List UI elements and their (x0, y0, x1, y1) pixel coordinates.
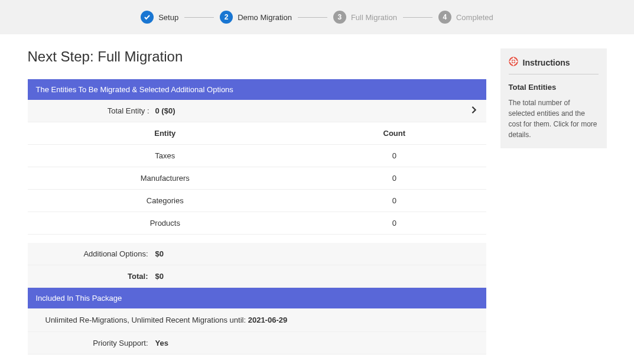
package-header: Included In This Package (28, 288, 486, 308)
entity-name: Taxes (28, 145, 303, 167)
instructions-body: The total number of selected entities an… (509, 98, 599, 140)
additional-options-row: Additional Options: $0 (28, 243, 486, 265)
total-value: $0 (155, 272, 164, 281)
step-number-icon: 3 (333, 11, 346, 24)
package-body: Unlimited Re-Migrations, Unlimited Recen… (28, 308, 486, 332)
total-entity-row[interactable]: Total Entity : 0 ($0) (28, 100, 486, 122)
col-entity: Entity (28, 122, 303, 145)
step-setup[interactable]: Setup (141, 11, 178, 24)
total-entity-value: 0 ($0) (155, 106, 175, 115)
entity-name: Products (28, 212, 303, 235)
table-row: Manufacturers0 (28, 167, 486, 190)
step-full-migration[interactable]: 3 Full Migration (333, 11, 397, 24)
step-line (403, 17, 433, 18)
page-title: Next Step: Full Migration (28, 48, 486, 65)
step-completed[interactable]: 4 Completed (438, 11, 493, 24)
step-line (298, 17, 327, 18)
check-icon (141, 11, 154, 24)
entity-count: 0 (303, 145, 486, 167)
step-label: Setup (158, 13, 178, 22)
step-label: Completed (456, 13, 493, 22)
col-count: Count (303, 122, 486, 145)
total-row: Total: $0 (28, 265, 486, 288)
chevron-right-icon (471, 106, 477, 116)
priority-value: Yes (155, 339, 168, 347)
step-line (184, 17, 214, 18)
table-row: Categories0 (28, 190, 486, 212)
step-demo-migration[interactable]: 2 Demo Migration (220, 11, 292, 24)
stepper-bar: Setup 2 Demo Migration 3 Full Migration … (0, 0, 634, 34)
package-date: 2021-06-29 (248, 316, 288, 324)
life-ring-icon (509, 57, 518, 68)
additional-options-value: $0 (155, 249, 164, 258)
instructions-heading: Total Entities (509, 83, 599, 92)
entity-table: Entity Count Taxes0Manufacturers0Categor… (28, 122, 486, 235)
entity-count: 0 (303, 212, 486, 235)
package-text: Unlimited Re-Migrations, Unlimited Recen… (45, 316, 246, 324)
step-label: Demo Migration (238, 13, 292, 22)
svg-point-3 (512, 60, 515, 63)
entity-name: Categories (28, 190, 303, 212)
total-entity-label: Total Entity : (37, 106, 155, 115)
priority-support-row: Priority Support: Yes (28, 332, 486, 355)
table-row: Taxes0 (28, 145, 486, 167)
additional-options-label: Additional Options: (37, 249, 155, 258)
step-label: Full Migration (351, 13, 397, 22)
instructions-box: Instructions Total Entities The total nu… (500, 48, 607, 148)
entity-count: 0 (303, 190, 486, 212)
step-number-icon: 4 (438, 11, 451, 24)
total-label: Total: (37, 272, 155, 281)
main-column: Next Step: Full Migration The Entities T… (28, 48, 486, 364)
entity-count: 0 (303, 167, 486, 190)
entities-header: The Entities To Be Migrated & Selected A… (28, 79, 486, 100)
instructions-title: Instructions (523, 58, 570, 67)
step-number-icon: 2 (220, 11, 233, 24)
sidebar: Instructions Total Entities The total nu… (500, 48, 607, 148)
table-row: Products0 (28, 212, 486, 235)
entity-name: Manufacturers (28, 167, 303, 190)
priority-label: Priority Support: (37, 339, 155, 347)
